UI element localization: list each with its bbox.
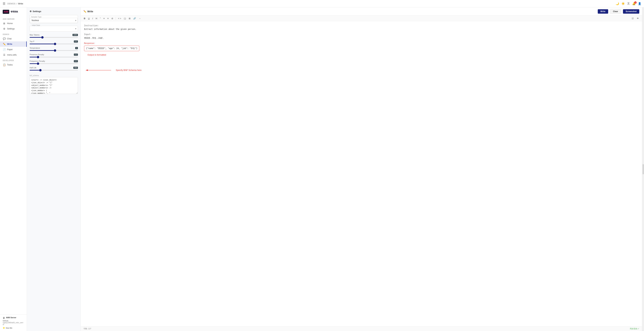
bnf-arrow-svg [84,67,114,74]
menu-wifu-icon: ☰ [3,54,6,56]
logo-text: 管理面板 [10,11,18,13]
max-tokens-label: Max Tokens [30,34,40,36]
footer-github-label: Github: [3,320,24,322]
editor-content[interactable]: Instruction: Extract information about t… [81,21,642,326]
temperature-thumb[interactable] [54,49,56,52]
sidebar-item-home[interactable]: ⊞ Home [0,21,27,26]
write-button[interactable]: Write [598,9,608,14]
italic-button[interactable]: I [91,17,94,20]
link-button[interactable]: 🔗 [132,17,137,20]
section-title-demos: DEMOS [0,32,27,36]
theme-light-icon[interactable]: ☀️ [622,2,625,5]
temperature-slider-group: Temperature 1 [30,47,78,51]
presence-penalty-thumb[interactable] [37,56,39,58]
top-p-thumb[interactable] [54,43,56,45]
right-scrollbar[interactable] [642,8,644,331]
frequency-penalty-track [30,63,78,64]
half-life-label: Half Life [30,67,36,69]
star-me-button[interactable]: ⭐ Star-Me [3,327,24,329]
home-icon: ⊞ [3,22,6,25]
sampler-type-group: Sampler Type Nucleus Typical ▾ [30,15,78,24]
footer-server-title: AI00 Server [6,316,16,318]
ordered-list-button[interactable]: ≡ [106,17,110,20]
top-p-value: 0.5 [74,41,78,43]
sidebar-item-settings-label: Settings [7,28,15,30]
sidebar-item-home-label: Home [7,22,12,25]
half-life-slider-group: Half Life 400 [30,67,78,71]
initial-state-group: Initial State ▾ [30,26,78,32]
top-p-slider-group: Top P 0.5 [30,41,78,44]
notification-icon[interactable]: 🔔 2 [632,2,636,5]
quote-button[interactable]: " [99,17,102,20]
top-p-track [30,44,78,44]
bnf-schema-textarea[interactable] [30,77,78,94]
max-tokens-value: 1000 [72,34,78,36]
theme-dark-icon[interactable]: 🌙 [616,2,619,5]
settings-panel: ⚙ Settings Sampler Type Nucleus Typical … [27,8,81,331]
bold-button[interactable]: B [83,17,86,20]
language-icon[interactable]: 文 [627,2,630,6]
bnf-annotation-wrap: Specify BNF Schema here [84,67,638,74]
input-value: 李田所，学生，24岁。 [84,37,638,40]
sidebar-item-todos-label: Todos [7,64,12,66]
presence-penalty-value: 0.3 [74,54,78,56]
temperature-track [30,50,78,51]
eye-button[interactable]: 👁 [636,17,640,20]
logo-box: Ai00 [3,10,9,14]
temperature-fill [30,50,54,51]
presence-penalty-slider-group: Presence Penalty 0.3 [30,54,78,57]
arrow-button[interactable]: → [138,17,142,20]
underline-button[interactable]: U [87,17,90,20]
user-icon[interactable]: 👤 [638,2,641,5]
table-button[interactable]: ⊞ [128,17,132,20]
initial-state-label: Initial State [31,25,41,26]
half-life-fill [30,70,39,71]
top-p-fill [30,44,54,44]
footer-github-link[interactable]: cgisky1980/ai00_rwkv_server [3,322,24,325]
screenshot-button[interactable]: Screenshot [623,9,639,14]
max-tokens-thumb[interactable] [41,36,44,39]
paper-icon: 📄 [3,48,6,51]
presence-penalty-label: Presence Penalty [30,54,44,56]
scroll-thumb[interactable] [643,164,644,174]
instruction-value: Extract information about the given pers… [84,28,638,31]
editor-title: ✏️ Write [84,10,596,13]
heading-button[interactable]: H [94,17,98,20]
list-button[interactable]: ≡ [102,17,106,20]
sidebar-item-menu-wifu[interactable]: ☰ menu.wifu [0,52,27,58]
breadcrumb: DEMOS / Write [8,2,23,5]
temperature-value: 1 [75,47,78,49]
presence-penalty-fill [30,57,37,57]
clear-button[interactable]: Clear [610,9,621,14]
half-life-thumb[interactable] [39,69,42,71]
sidebar-item-paper[interactable]: 📄 Paper [0,47,27,52]
server-icon: 🖥 [3,316,5,319]
settings-title: ⚙ Settings [30,10,78,13]
code-block-button[interactable]: { } [123,17,127,20]
sampler-type-select[interactable]: Nucleus Typical [30,18,78,23]
logo: Ai00 管理面板 [0,8,27,16]
sidebar-item-todos[interactable]: 📋 Todos [0,62,27,68]
sidebar-item-chat-label: Chat [7,38,12,40]
sidebar-item-paper-label: Paper [7,48,12,51]
sync-status: 同步流动 ✓ [630,327,639,330]
editor-title-icon: ✏️ [84,10,86,13]
frequency-penalty-value: 0.3 [74,60,78,62]
frequency-penalty-thumb[interactable] [37,63,39,65]
editor-header: ✏️ Write Write Clear Screenshot [81,8,642,16]
editor-toolbar: B U I H " ≡ ≡ ⊘ < > { } ⊞ 🔗 → ☑ 👁 [81,16,642,21]
frequency-penalty-label: Frequency Penalty [30,60,45,62]
sidebar-item-write[interactable]: ✏️ Write [0,42,27,47]
presence-penalty-track [30,57,78,57]
code-inline-button[interactable]: < > [117,17,122,20]
sidebar-item-settings[interactable]: ⚙ Settings [0,26,27,32]
initial-state-select[interactable] [30,26,78,31]
checkbox-button[interactable]: ☑ [631,17,635,20]
strikethrough-button[interactable]: ⊘ [110,17,114,20]
editor-panel: ✏️ Write Write Clear Screenshot B U I H … [81,8,642,331]
menu-icon[interactable]: ☰ [3,2,6,6]
bnf-annotation-text: Specify BNF Schema here [116,69,142,72]
max-tokens-track [30,37,78,38]
sidebar-item-menu-wifu-label: menu.wifu [7,54,17,56]
sidebar-item-chat[interactable]: 💬 Chat [0,36,27,42]
